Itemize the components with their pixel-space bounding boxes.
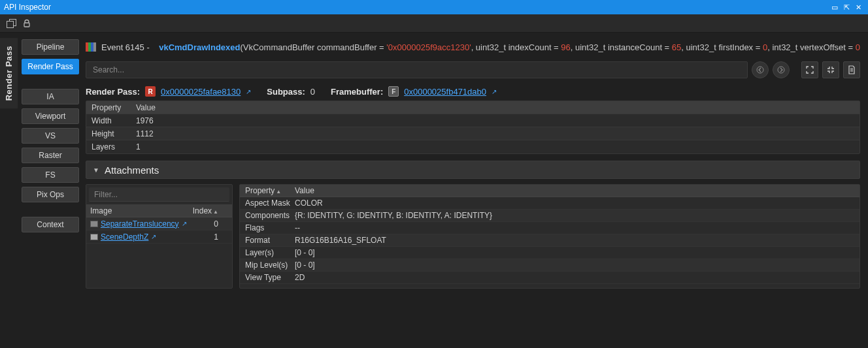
collapse-icon[interactable] xyxy=(822,61,839,78)
image-link[interactable]: SeparateTranslucency xyxy=(101,219,179,229)
col-property: Property xyxy=(86,103,133,112)
prop-layers-value: 1 xyxy=(133,142,860,151)
mip-value: [0 - 0] xyxy=(292,261,860,270)
layer-value: [0 - 0] xyxy=(292,248,860,257)
image-index: 1 xyxy=(187,232,224,242)
col-property[interactable]: Property▲ xyxy=(240,186,292,195)
nav-render-pass[interactable]: Render Pass xyxy=(22,59,79,74)
prop-width-value: 1976 xyxy=(133,116,860,125)
attachments-header[interactable]: ▼ Attachments xyxy=(86,161,860,179)
components-value: {R: IDENTITY, G: IDENTITY, B: IDENTITY, … xyxy=(292,211,860,220)
prop-height-label: Height xyxy=(86,129,133,138)
svg-rect-0 xyxy=(24,23,29,27)
attachments-list-panel: Image Index▲ SeparateTranslucency↗ 0 Sce… xyxy=(86,184,233,289)
attachments-title: Attachments xyxy=(105,165,159,176)
dimensions-table: Property Value Width 1976 Height 1112 La… xyxy=(86,101,860,154)
f-badge: F xyxy=(388,86,399,97)
content-area: Event 6145 - vkCmdDrawIndexed(VkCommandB… xyxy=(83,33,868,348)
next-button[interactable] xyxy=(773,61,790,78)
search-row xyxy=(86,61,860,78)
event-fn[interactable]: vkCmdDrawIndexed xyxy=(159,42,240,52)
prop-height-value: 1112 xyxy=(133,129,860,138)
document-icon[interactable] xyxy=(843,61,860,78)
sort-asc-icon: ▲ xyxy=(213,209,218,215)
title-bar: API Inspector ▭ ⇱ ✕ xyxy=(0,0,868,14)
components-label: Components xyxy=(240,211,292,220)
expand-icon[interactable] xyxy=(801,61,818,78)
nav-pipeline[interactable]: Pipeline xyxy=(22,39,79,55)
windows-icon[interactable] xyxy=(7,19,16,28)
external-link-icon[interactable]: ↗ xyxy=(492,88,497,95)
render-pass-info: Render Pass: R 0x0000025fafae8130 ↗ Subp… xyxy=(86,86,860,97)
nav-pixops[interactable]: Pix Ops xyxy=(22,187,79,202)
prop-layers-label: Layers xyxy=(86,142,133,151)
pin-icon[interactable]: ⇱ xyxy=(841,3,852,12)
search-input[interactable] xyxy=(86,61,748,78)
rgb-swatch-icon xyxy=(86,42,96,52)
prop-width-label: Width xyxy=(86,116,133,125)
nav-raster[interactable]: Raster xyxy=(22,148,79,163)
flags-label: Flags xyxy=(240,223,292,232)
window-title: API Inspector xyxy=(4,3,51,12)
nav-fs[interactable]: FS xyxy=(22,167,79,183)
filter-input[interactable] xyxy=(89,187,229,202)
image-link[interactable]: SceneDepthZ xyxy=(101,232,148,242)
external-link-icon[interactable]: ↗ xyxy=(151,233,156,240)
prev-button[interactable] xyxy=(752,61,769,78)
image-swatch-icon xyxy=(90,221,98,227)
toolbar xyxy=(0,14,868,33)
caret-down-icon: ▼ xyxy=(93,166,99,174)
framebuffer-link[interactable]: 0x0000025fb471dab0 xyxy=(404,87,486,97)
event-prefix: Event 6145 - xyxy=(101,42,152,52)
side-nav: Pipeline Render Pass IA Viewport VS Rast… xyxy=(18,33,83,348)
viewtype-label: View Type xyxy=(240,273,292,282)
svg-point-2 xyxy=(778,67,784,73)
format-value: R16G16B16A16_SFLOAT xyxy=(292,236,860,245)
external-link-icon[interactable]: ↗ xyxy=(182,220,187,227)
vertical-tab-label[interactable]: Render Pass xyxy=(0,38,18,108)
svg-point-1 xyxy=(757,67,763,73)
aspect-value: COLOR xyxy=(292,198,860,208)
render-pass-link[interactable]: 0x0000025fafae8130 xyxy=(161,87,241,97)
nav-vs[interactable]: VS xyxy=(22,128,79,144)
aspect-label: Aspect Mask xyxy=(240,198,292,208)
col-image[interactable]: Image xyxy=(86,206,187,215)
format-label: Format xyxy=(240,236,292,245)
image-swatch-icon xyxy=(90,234,98,240)
image-row-1[interactable]: SceneDepthZ↗ 1 xyxy=(86,230,232,244)
viewtype-value: 2D xyxy=(292,273,860,282)
external-link-icon[interactable]: ↗ xyxy=(246,88,251,95)
nav-context[interactable]: Context xyxy=(22,217,79,232)
subpass-label: Subpass: xyxy=(267,87,305,97)
flags-value: -- xyxy=(292,223,860,232)
minimize-icon[interactable]: ▭ xyxy=(829,3,841,12)
close-icon[interactable]: ✕ xyxy=(852,3,864,12)
subpass-value: 0 xyxy=(310,87,315,97)
nav-ia[interactable]: IA xyxy=(22,89,79,104)
attachment-properties-panel: Property▲ Value Aspect MaskCOLOR Compone… xyxy=(239,184,860,289)
sort-asc-icon: ▲ xyxy=(276,189,281,195)
framebuffer-label: Framebuffer: xyxy=(331,87,383,97)
col-index[interactable]: Index▲ xyxy=(187,206,224,215)
mip-label: Mip Level(s) xyxy=(240,261,292,270)
lock-icon[interactable] xyxy=(22,19,31,28)
r-badge: R xyxy=(145,86,156,97)
layer-label: Layer(s) xyxy=(240,248,292,257)
event-signature: Event 6145 - vkCmdDrawIndexed(VkCommandB… xyxy=(86,38,860,56)
col-value[interactable]: Value xyxy=(292,186,860,195)
image-index: 0 xyxy=(187,219,224,229)
render-pass-label: Render Pass: xyxy=(86,87,140,97)
col-value: Value xyxy=(133,103,860,112)
nav-viewport[interactable]: Viewport xyxy=(22,108,79,124)
image-row-0[interactable]: SeparateTranslucency↗ 0 xyxy=(86,217,232,230)
